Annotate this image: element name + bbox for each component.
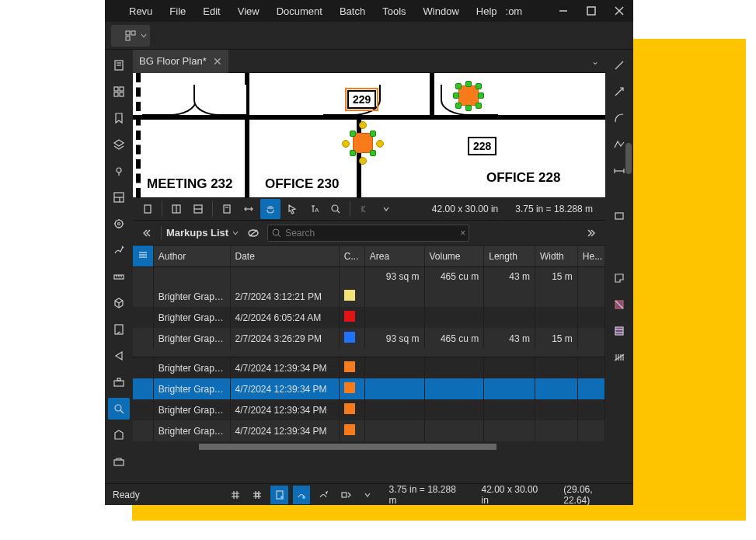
room-tag-228[interactable]: 228	[468, 137, 496, 155]
tool-polygon-cut-icon[interactable]	[608, 267, 630, 289]
prev-view-button[interactable]	[354, 199, 375, 219]
rotate-handle[interactable]	[359, 157, 367, 165]
snap-button[interactable]	[249, 486, 266, 504]
select-tool-button[interactable]	[282, 199, 302, 219]
resize-handle[interactable]	[476, 83, 482, 89]
page-layout-single-button[interactable]	[138, 199, 158, 219]
document-tab[interactable]: BG Floor Plan* ✕	[133, 50, 228, 73]
table-scrollbar[interactable]	[133, 441, 605, 452]
resize-handle[interactable]	[478, 92, 484, 99]
right-scrollbar[interactable]	[625, 143, 632, 174]
panel-toolchest-icon[interactable]	[108, 451, 130, 472]
col-height[interactable]: He...	[577, 246, 604, 267]
tool-rectangle-icon[interactable]	[608, 205, 630, 227]
sync-button[interactable]	[337, 486, 354, 504]
markup-row[interactable]: Brighter Graph...4/7/2024 12:39:34 PM	[133, 399, 605, 420]
rotate-handle[interactable]	[376, 140, 384, 148]
resize-handle[interactable]	[465, 105, 472, 111]
window-close-button[interactable]	[605, 0, 633, 22]
rotate-handle[interactable]	[359, 121, 367, 129]
panel-thumbnails-icon[interactable]	[108, 81, 130, 103]
panel-back-icon[interactable]	[108, 345, 130, 367]
col-status-icon[interactable]	[133, 246, 153, 267]
col-author[interactable]: Author	[153, 246, 230, 267]
tool-arc-icon[interactable]	[608, 107, 630, 129]
reuse-button[interactable]	[315, 486, 332, 504]
panel-search-icon[interactable]	[108, 398, 130, 420]
panel-fileaccess-icon[interactable]	[108, 54, 130, 76]
col-color[interactable]: C...	[339, 246, 364, 267]
profile-dropdown-button[interactable]	[111, 25, 150, 47]
panel-signatures-icon[interactable]	[108, 239, 130, 261]
markups-table[interactable]: Author Date C... Area Volume Length Widt…	[133, 246, 605, 483]
markup-row[interactable]: Brighter Graph...4/7/2024 12:39:34 PM	[133, 378, 605, 399]
markup-row[interactable]: Brighter Graph...2/7/2024 3:12:21 PM	[133, 286, 605, 307]
tool-line-icon[interactable]	[608, 54, 630, 76]
window-maximize-button[interactable]	[577, 0, 605, 22]
panel-bookmarks-icon[interactable]	[108, 107, 130, 129]
resize-handle[interactable]	[350, 131, 356, 137]
panel-sets-icon[interactable]	[108, 424, 130, 446]
panel-properties-icon[interactable]	[108, 213, 130, 235]
collapse-right-button[interactable]	[582, 224, 601, 242]
resize-handle[interactable]	[455, 83, 462, 89]
pan-tool-button[interactable]	[260, 199, 280, 219]
split-horizontal-button[interactable]	[188, 199, 208, 219]
view-dropdown-button[interactable]	[376, 199, 396, 219]
snap-content-button[interactable]	[270, 486, 287, 504]
tool-count-icon[interactable]	[608, 347, 630, 368]
markup-row[interactable]: Brighter Graph...4/7/2024 12:39:34 PM	[133, 357, 605, 379]
menu-file[interactable]: File	[161, 5, 194, 17]
menu-document[interactable]: Document	[268, 5, 331, 17]
resize-handle[interactable]	[370, 150, 376, 156]
menu-window[interactable]: Window	[415, 5, 468, 17]
document-canvas[interactable]: 229 228	[133, 73, 605, 197]
panel-links-icon[interactable]	[108, 186, 130, 208]
resize-handle[interactable]	[455, 103, 462, 109]
resize-handle[interactable]	[476, 103, 482, 109]
hide-markups-button[interactable]	[244, 224, 263, 242]
clear-search-icon[interactable]: ×	[460, 228, 465, 239]
menu-view[interactable]: View	[229, 5, 268, 17]
split-vertical-button[interactable]	[166, 199, 186, 219]
rotate-handle[interactable]	[342, 140, 350, 148]
panel-forms-icon[interactable]	[108, 319, 130, 340]
fit-width-button[interactable]	[239, 199, 259, 219]
collapse-left-button[interactable]	[138, 224, 156, 242]
sync-dropdown-button[interactable]	[359, 486, 376, 504]
resize-handle[interactable]	[465, 81, 472, 87]
menu-tools[interactable]: Tools	[374, 5, 414, 17]
grid-button[interactable]	[227, 486, 244, 504]
tool-arrow-icon[interactable]	[608, 81, 630, 103]
menu-help[interactable]: Help	[468, 5, 506, 17]
menu-revu[interactable]: Revu	[120, 5, 161, 17]
snap-markup-button[interactable]	[293, 486, 310, 504]
resize-handle[interactable]	[370, 131, 376, 137]
markup-row[interactable]: Brighter Graph...2/7/2024 3:26:29 PM93 s…	[133, 328, 605, 349]
panel-layers-icon[interactable]	[108, 134, 130, 155]
text-select-button[interactable]: A	[304, 199, 324, 219]
resize-handle[interactable]	[453, 92, 459, 99]
menu-edit[interactable]: Edit	[194, 5, 228, 17]
markups-list-dropdown[interactable]: Markups List	[166, 227, 239, 239]
zoom-tool-button[interactable]	[326, 199, 346, 219]
markups-search-input[interactable]	[285, 228, 457, 239]
menu-batch[interactable]: Batch	[331, 5, 374, 17]
col-width[interactable]: Width	[535, 246, 578, 267]
panel-spaces-icon[interactable]	[108, 160, 130, 182]
tab-expand-icon[interactable]: ⌄	[591, 56, 599, 67]
tab-close-icon[interactable]: ✕	[213, 56, 222, 67]
col-area[interactable]: Area	[364, 246, 424, 267]
panel-measurements-icon[interactable]	[108, 266, 130, 287]
panel-3d-icon[interactable]	[108, 292, 130, 314]
resize-handle[interactable]	[350, 150, 356, 156]
tool-dynamic-fill-icon[interactable]	[608, 320, 630, 342]
window-minimize-button[interactable]	[549, 0, 577, 22]
col-date[interactable]: Date	[230, 246, 339, 267]
col-length[interactable]: Length	[484, 246, 535, 267]
markups-search-box[interactable]: ×	[267, 225, 469, 242]
tool-area-fill-icon[interactable]	[608, 294, 630, 315]
one-full-page-button[interactable]	[217, 199, 237, 219]
room-tag-229[interactable]: 229	[347, 90, 376, 109]
markup-row[interactable]: Brighter Graph...4/2/2024 6:05:24 AM	[133, 307, 605, 328]
